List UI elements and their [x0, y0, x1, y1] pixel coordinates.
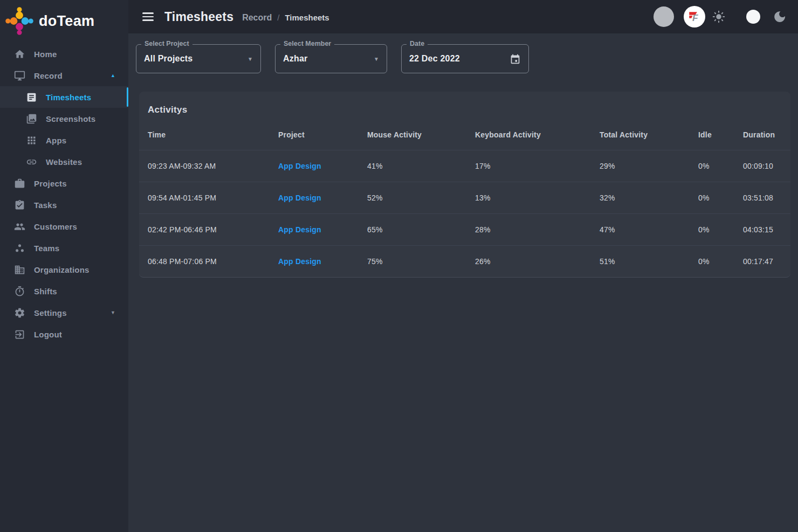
apps-icon: [26, 135, 37, 146]
project-link[interactable]: App Design: [278, 257, 321, 266]
sidebar-item-projects[interactable]: Projects: [0, 172, 128, 194]
col-header-total-activity: Total Activity: [600, 118, 698, 150]
breadcrumb-separator: /: [277, 13, 279, 22]
col-header-project: Project: [278, 118, 367, 150]
theme-light-toggle[interactable]: [746, 10, 760, 24]
sidebar-item-label: Home: [34, 50, 57, 59]
sidebar-item-organizations[interactable]: Organizations: [0, 259, 128, 280]
timesheets-icon: [26, 92, 37, 103]
col-header-time: Time: [139, 118, 278, 150]
settings-icon: [14, 307, 25, 319]
cell-keyboard: 13%: [475, 182, 600, 214]
cell-mouse: 41%: [367, 150, 475, 182]
cell-idle: 0%: [698, 246, 743, 278]
sidebar-item-label: Websites: [46, 157, 82, 167]
screenshots-icon: [26, 113, 37, 125]
websites-icon: [26, 156, 37, 168]
organizations-icon: [14, 264, 25, 275]
cell-keyboard: 28%: [475, 214, 600, 246]
sidebar-item-websites[interactable]: Websites: [0, 151, 128, 172]
cell-idle: 0%: [698, 214, 743, 246]
tasks-icon: [14, 199, 25, 211]
table-row: 06:48 PM-07:06 PMApp Design75%26%51%0%00…: [139, 246, 790, 278]
sidebar-item-logout[interactable]: Logout: [0, 323, 128, 345]
chevron-up-icon: ▲: [111, 73, 115, 78]
sidebar-item-customers[interactable]: Customers: [0, 216, 128, 237]
table-row: 02:42 PM-06:46 PMApp Design65%28%47%0%04…: [139, 214, 790, 246]
page-title: Timesheets: [164, 10, 233, 24]
project-select-label: Select Project: [141, 40, 192, 47]
col-header-idle: Idle: [698, 118, 743, 150]
sidebar-item-label: Teams: [34, 244, 59, 253]
chevron-down-icon: ▼: [111, 310, 115, 315]
sidebar-item-label: Apps: [46, 136, 66, 145]
col-header-mouse-activity: Mouse Activity: [367, 118, 475, 150]
sidebar: doTeam HomeRecord▲TimesheetsScreenshotsA…: [0, 0, 128, 532]
sidebar-item-teams[interactable]: Teams: [0, 237, 128, 259]
sidebar-item-tasks[interactable]: Tasks: [0, 194, 128, 216]
sidebar-item-apps[interactable]: Apps: [0, 129, 128, 151]
avatar[interactable]: [653, 6, 674, 27]
sidebar-item-home[interactable]: Home: [0, 43, 128, 65]
table-row: 09:23 AM-09:32 AMApp Design41%17%29%0%00…: [139, 150, 790, 182]
main-area: Timesheets Record / Timesheets F: [128, 0, 798, 532]
app-root: doTeam HomeRecord▲TimesheetsScreenshotsA…: [0, 0, 798, 532]
project-link[interactable]: App Design: [278, 194, 321, 202]
sidebar-item-timesheets[interactable]: Timesheets: [0, 86, 128, 108]
chevron-down-icon: ▼: [374, 56, 379, 62]
sidebar-item-label: Record: [34, 71, 63, 80]
member-select[interactable]: Select Member Azhar ▼: [275, 44, 387, 73]
moon-icon[interactable]: [773, 10, 786, 23]
cell-mouse: 52%: [367, 182, 475, 214]
sidebar-item-label: Tasks: [34, 201, 57, 210]
sidebar-item-label: Timesheets: [46, 93, 91, 102]
shifts-icon: [14, 286, 25, 297]
sidebar-item-settings[interactable]: Settings▼: [0, 302, 128, 323]
sidebar-item-label: Organizations: [34, 265, 90, 274]
topbar: Timesheets Record / Timesheets F: [128, 0, 798, 33]
table-row: 09:54 AM-01:45 PMApp Design52%13%32%0%03…: [139, 182, 790, 214]
date-picker[interactable]: Date 22 Dec 2022: [401, 44, 529, 73]
cell-duration: 00:09:10: [743, 150, 790, 182]
cell-total: 32%: [600, 182, 698, 214]
activity-table-body: 09:23 AM-09:32 AMApp Design41%17%29%0%00…: [139, 150, 790, 278]
teams-icon: [14, 243, 25, 254]
project-select-value: All Projects: [144, 54, 192, 64]
brand-name: doTeam: [39, 13, 94, 30]
sidebar-item-shifts[interactable]: Shifts: [0, 280, 128, 302]
menu-toggle-button[interactable]: [141, 10, 155, 23]
project-link[interactable]: App Design: [278, 225, 321, 234]
cell-time: 09:54 AM-01:45 PM: [139, 182, 278, 214]
cell-time: 09:23 AM-09:32 AM: [139, 150, 278, 182]
sidebar-item-label: Logout: [34, 330, 62, 339]
project-select[interactable]: Select Project All Projects ▼: [136, 44, 261, 73]
doteam-logo-icon: [4, 6, 35, 36]
sidebar-item-label: Settings: [34, 308, 67, 317]
cell-mouse: 75%: [367, 246, 475, 278]
sidebar-item-record[interactable]: Record▲: [0, 65, 128, 86]
cell-project: App Design: [278, 246, 367, 278]
cell-idle: 0%: [698, 182, 743, 214]
company-logo-badge[interactable]: F: [684, 6, 705, 27]
cell-keyboard: 17%: [475, 150, 600, 182]
cell-total: 47%: [600, 214, 698, 246]
filters-bar: Select Project All Projects ▼ Select Mem…: [128, 33, 798, 73]
project-link[interactable]: App Design: [278, 162, 321, 170]
member-select-label: Select Member: [280, 40, 334, 47]
activity-card-title: Activitys: [139, 92, 790, 115]
cell-mouse: 65%: [367, 214, 475, 246]
sidebar-item-screenshots[interactable]: Screenshots: [0, 108, 128, 129]
brand[interactable]: doTeam: [0, 0, 128, 40]
date-picker-value: 22 Dec 2022: [409, 54, 460, 64]
cell-project: App Design: [278, 150, 367, 182]
customers-icon: [14, 221, 25, 232]
sidebar-item-label: Projects: [34, 179, 67, 188]
cell-duration: 04:03:15: [743, 214, 790, 246]
cell-time: 06:48 PM-07:06 PM: [139, 246, 278, 278]
chevron-down-icon: ▼: [247, 56, 253, 62]
calendar-icon[interactable]: [510, 53, 521, 65]
sun-icon[interactable]: [712, 10, 726, 24]
cell-total: 29%: [600, 150, 698, 182]
activity-table: TimeProjectMouse ActivityKeyboard Activi…: [139, 118, 790, 277]
breadcrumb-record[interactable]: Record: [242, 13, 272, 23]
